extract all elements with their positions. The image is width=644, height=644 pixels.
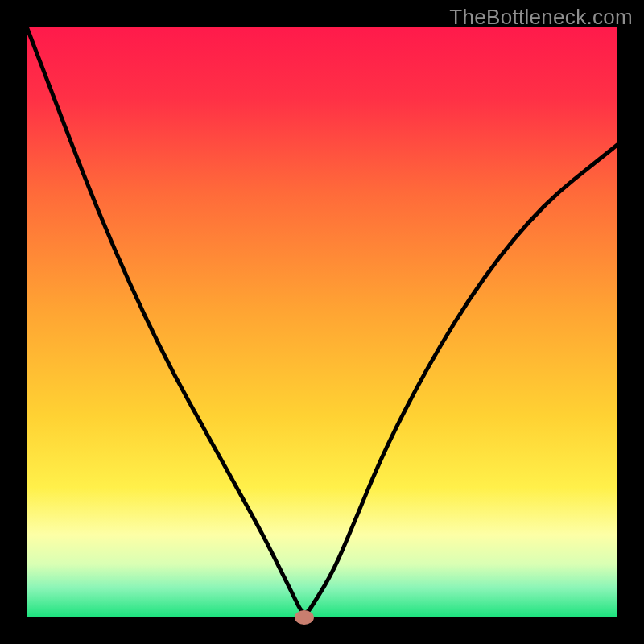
optimal-point-marker xyxy=(295,610,314,625)
chart-container: TheBottleneck.com xyxy=(0,0,644,644)
bottleneck-curve-chart xyxy=(0,0,644,644)
watermark-text: TheBottleneck.com xyxy=(449,5,633,30)
plot-area xyxy=(27,27,617,617)
